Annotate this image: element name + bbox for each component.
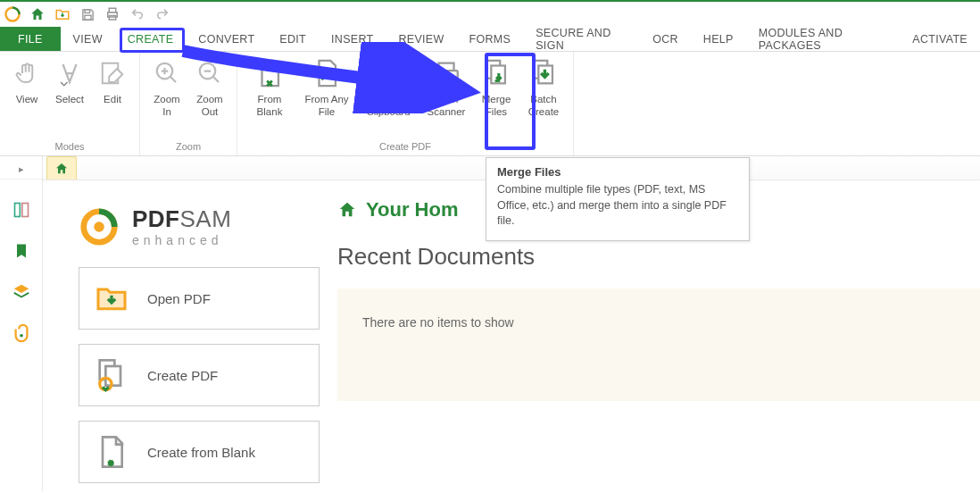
tooltip-title: Merge Files [497,165,738,179]
folder-open-icon [94,280,129,316]
menu-bar: FILE VIEW CREATE CONVERT EDIT INSERT REV… [0,27,980,52]
brand-logo-icon [79,206,120,247]
ribbon-btn-label: From Scanner [428,93,466,119]
ribbon-group-label: Create PDF [379,141,431,155]
ribbon-group-modes: View Select Edit Modes [0,52,140,155]
action-label: Open PDF [147,291,211,306]
ribbon-btn-label: Zoom Out [196,93,222,119]
action-label: Create from Blank [147,445,255,460]
menu-file[interactable]: FILE [0,27,61,51]
create-pdf-card[interactable]: Create PDF [79,344,320,406]
svg-point-18 [20,334,23,338]
ribbon-from-blank-button[interactable]: From Blank [243,55,296,121]
home-icon[interactable] [29,5,46,23]
ribbon-group-label: Modes [54,141,84,155]
create-from-blank-card[interactable]: Create from Blank [79,421,320,483]
svg-rect-4 [109,8,116,13]
ribbon-btn-label: Edit [104,93,121,105]
ribbon-btn-label: Batch Create [528,93,560,119]
print-icon[interactable] [104,5,121,23]
redo-icon[interactable] [154,5,171,23]
brand-name-bold: PDF [132,205,180,232]
batch-create-icon [527,57,560,89]
ribbon-group-label: Zoom [176,141,201,155]
svg-point-20 [94,221,104,232]
merge-files-icon [480,57,512,89]
svg-rect-22 [105,366,120,386]
menu-help[interactable]: HELP [691,27,746,51]
ribbon: View Select Edit Modes Zoom In Zoom Out [0,52,980,156]
ribbon-from-any-file-button[interactable]: From Any File [296,55,357,121]
ribbon-btn-label: From Blank [257,93,283,119]
clipboard-icon [372,57,404,89]
tooltip-body: Combine multiple file types (PDF, text, … [497,182,738,230]
zoom-in-icon [151,57,183,89]
tooltip-merge-files: Merge Files Combine multiple file types … [486,157,750,241]
menu-create[interactable]: CREATE [115,27,187,51]
menu-secure-and-sign[interactable]: SECURE AND SIGN [523,27,640,51]
ribbon-edit-button[interactable]: Edit [91,55,134,107]
menu-edit[interactable]: EDIT [267,27,319,51]
blank-page-icon [253,57,286,89]
ribbon-from-clipboard-button[interactable]: From Clipboard [357,55,419,121]
save-icon[interactable] [79,5,96,23]
ribbon-btn-label: View [16,93,38,105]
file-import-icon [311,57,343,89]
ribbon-group-create-pdf: From Blank From Any File From Clipboard … [237,52,574,155]
menu-convert[interactable]: CONVERT [186,27,267,51]
thumbnails-icon[interactable] [11,199,32,221]
recent-documents-heading: Recent Documents [337,243,980,271]
side-panel: ▸ [0,156,43,491]
ribbon-group-zoom: Zoom In Zoom Out Zoom [140,52,237,155]
ribbon-zoom-out-button[interactable]: Zoom Out [188,55,231,121]
ribbon-btn-label: From Clipboard [366,93,410,119]
action-label: Create PDF [147,368,218,383]
home-icon [54,162,69,176]
edit-icon [96,57,129,89]
bookmarks-icon[interactable] [11,240,32,262]
ribbon-btn-label: From Any File [304,93,348,119]
menu-forms[interactable]: FORMS [457,27,524,51]
hand-icon [11,57,43,89]
brand-subtitle: enhanced [132,233,231,247]
undo-icon[interactable] [129,5,146,23]
svg-rect-2 [84,15,90,20]
menu-review[interactable]: REVIEW [386,27,456,51]
create-pdf-icon [94,357,129,393]
ribbon-batch-create-button[interactable]: Batch Create [519,55,568,121]
text-select-icon [54,57,86,89]
svg-rect-10 [385,61,393,66]
menu-activate[interactable]: ACTIVATE [900,27,980,51]
menu-view[interactable]: VIEW [61,27,115,51]
ribbon-btn-label: Zoom In [154,93,179,119]
ribbon-select-button[interactable]: Select [48,55,91,107]
recent-documents-empty: There are no items to show [337,288,980,401]
brand-block: PDFSAM enhanced [79,205,320,247]
open-icon[interactable] [54,5,71,23]
ribbon-from-scanner-button[interactable]: From Scanner [419,55,473,121]
svg-rect-16 [14,204,20,217]
expand-panel-button[interactable]: ▸ [0,160,42,180]
app-logo-icon [4,5,21,23]
brand-name-thin: SAM [180,205,232,232]
home-left-pane: PDFSAM enhanced Open PDF Create PDF Crea… [43,180,337,493]
blank-page-icon [94,434,129,470]
layers-icon[interactable] [11,281,32,303]
svg-rect-17 [21,204,28,217]
scanner-icon [430,57,462,89]
menu-ocr[interactable]: OCR [640,27,691,51]
ribbon-btn-label: Select [55,93,84,105]
ribbon-btn-label: Merge Files [482,93,511,119]
ribbon-zoom-in-button[interactable]: Zoom In [145,55,188,121]
menu-insert[interactable]: INSERT [319,27,386,51]
home-tab[interactable] [46,156,77,180]
zoom-out-icon [194,57,226,89]
quick-access-toolbar [0,2,980,27]
open-pdf-card[interactable]: Open PDF [79,267,320,330]
your-home-text: Your Hom [366,198,458,221]
ribbon-merge-files-button[interactable]: Merge Files [473,55,519,121]
menu-modules-and-packages[interactable]: MODULES AND PACKAGES [746,27,901,51]
attachments-icon[interactable] [11,322,32,344]
svg-rect-11 [435,71,458,80]
ribbon-view-button[interactable]: View [5,55,48,107]
